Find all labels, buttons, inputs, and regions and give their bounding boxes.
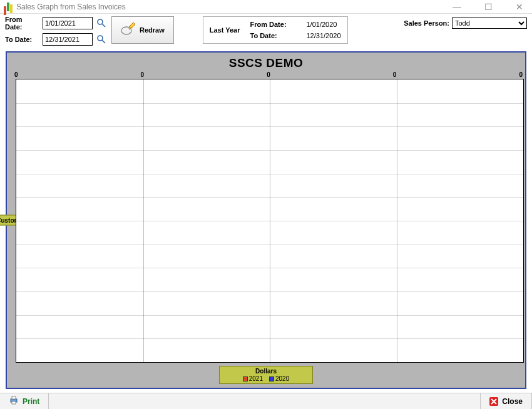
svg-line-3 xyxy=(102,40,105,43)
x-tick: 0 xyxy=(519,71,523,79)
x-axis-legend-strip: Dollars 2021 2020 xyxy=(219,366,313,384)
legend-swatch-icon xyxy=(243,376,248,381)
chart-title: SSCS DEMO xyxy=(7,56,525,70)
from-date-input[interactable] xyxy=(43,17,93,29)
print-button[interactable]: Print xyxy=(0,393,49,409)
x-tick: 0 xyxy=(14,71,18,79)
chart-panel: SSCS DEMO 0 0 0 0 0 Customer Dollars 202… xyxy=(6,51,526,389)
legend-item: 2020 xyxy=(269,375,289,382)
sales-person-label: Sales Person: xyxy=(404,19,449,27)
footer-bar: Print Close xyxy=(0,393,532,409)
window-minimize-button[interactable]: — xyxy=(448,2,466,12)
x-axis-label: Dollars xyxy=(238,368,294,375)
chart-legend: 2021 2020 xyxy=(238,375,294,382)
close-icon xyxy=(489,397,498,406)
legend-swatch-icon xyxy=(269,376,274,381)
from-date-picker-icon[interactable] xyxy=(95,17,108,29)
ly-to-label: To Date: xyxy=(250,32,287,39)
legend-item: 2021 xyxy=(243,375,263,382)
window-title: Sales Graph from Sales Invoices xyxy=(16,3,448,11)
x-tick: 0 xyxy=(141,71,145,79)
svg-rect-6 xyxy=(12,396,16,399)
sales-person-select[interactable]: Todd xyxy=(452,18,527,29)
to-date-picker-icon[interactable] xyxy=(95,33,108,46)
printer-icon xyxy=(9,395,19,407)
from-date-label: From Date: xyxy=(5,16,40,31)
x-axis-ticks: 0 0 0 0 0 xyxy=(16,71,525,79)
window-titlebar: Sales Graph from Sales Invoices — ☐ ✕ xyxy=(0,0,532,14)
ly-to-value: 12/31/2020 xyxy=(306,32,340,39)
chart-plot-area xyxy=(16,79,524,363)
sales-person-block: Sales Person: Todd xyxy=(404,16,527,30)
print-button-label: Print xyxy=(23,397,39,406)
last-year-label: Last Year xyxy=(210,26,240,34)
toolbar: From Date: To Date: Redraw Last Year Fro… xyxy=(0,14,532,50)
svg-point-0 xyxy=(98,19,103,24)
close-button-label: Close xyxy=(502,397,523,406)
svg-rect-7 xyxy=(12,401,16,404)
window-close-button[interactable]: ✕ xyxy=(511,2,528,12)
app-icon xyxy=(4,3,13,11)
x-tick: 0 xyxy=(267,71,270,79)
x-tick: 0 xyxy=(393,71,397,79)
svg-line-1 xyxy=(102,24,105,27)
date-range-block: From Date: To Date: xyxy=(5,16,108,46)
redraw-button-label: Redraw xyxy=(140,26,165,34)
window-maximize-button[interactable]: ☐ xyxy=(479,2,497,12)
to-date-label: To Date: xyxy=(5,36,40,43)
ly-from-label: From Date: xyxy=(250,21,287,28)
last-year-panel: Last Year From Date: 1/01/2020 To Date: … xyxy=(203,16,348,44)
footer-spacer xyxy=(49,393,481,409)
svg-point-2 xyxy=(98,36,103,41)
ly-from-value: 1/01/2020 xyxy=(306,21,337,28)
pencil-icon xyxy=(121,22,136,38)
close-button[interactable]: Close xyxy=(481,393,532,409)
to-date-input[interactable] xyxy=(43,33,93,46)
redraw-button[interactable]: Redraw xyxy=(111,16,174,44)
